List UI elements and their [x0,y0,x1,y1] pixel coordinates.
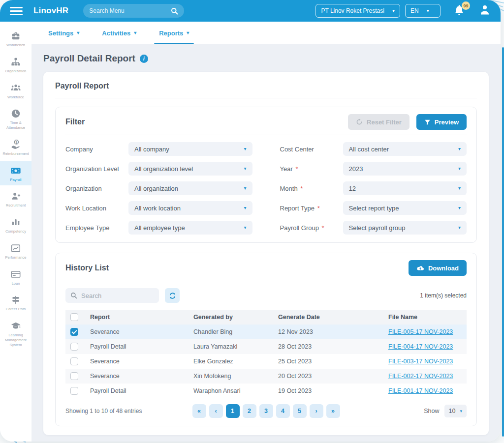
sidebar-item-loan[interactable]: Loan [0,265,32,290]
menu-search-box[interactable] [83,4,184,18]
row-checkbox[interactable] [70,357,78,365]
signpost-icon [10,295,21,305]
chevron-down-icon: ▾ [244,147,246,151]
page-button-1[interactable]: 1 [226,404,240,418]
language-selector[interactable]: EN ▾ [405,4,441,18]
cell-generated-by: Waraphon Ansari [189,384,273,398]
menu-search-input[interactable] [89,7,171,14]
chevron-down-icon: ▾ [392,8,395,13]
cell-report: Severance [85,369,189,384]
table-row[interactable]: Severance Chandler Bing 12 Nov 2023 FILE… [65,325,467,339]
last-page-button[interactable]: » [326,404,340,418]
language-selector-value: EN [410,7,419,14]
payroll-group-select[interactable]: Select payroll group ▾ [343,221,467,235]
sidebar-item-organization[interactable]: Organization [0,53,32,77]
row-checkbox[interactable] [70,372,78,380]
company-select[interactable]: All company ▾ [128,142,252,156]
table-row[interactable]: Severance Elke Gonzalez 25 Oct 2023 FILE… [65,354,467,369]
sidebar-item-workbench[interactable]: Workbench [0,27,32,51]
page-button-3[interactable]: 3 [259,404,273,418]
reset-icon [356,118,363,125]
organization-level-select[interactable]: All organization level ▾ [128,162,252,176]
file-link[interactable]: FILE-005-17 NOV-2023 [388,328,453,335]
graduation-cap-icon [10,321,21,331]
reset-filter-button[interactable]: Reset Filter [348,114,410,130]
work-location-select[interactable]: All work location ▾ [128,201,252,215]
page-button-2[interactable]: 2 [243,404,256,418]
sidebar-nav: Workbench Organization [0,22,32,442]
sidebar-item-career-path[interactable]: Career Path [0,291,32,315]
chevron-down-icon: ▾ [134,30,136,35]
page-size-select[interactable]: 10 ▾ [444,405,467,417]
info-icon[interactable]: i [140,55,148,63]
pagination-summary: Showing 1 to 10 of 48 entries [65,408,191,414]
history-search-input[interactable] [81,292,154,299]
month-select[interactable]: 12 ▾ [343,181,467,195]
tab-settings[interactable]: Settings ▾ [48,22,79,44]
page-content: Payroll Detail Report i Payroll Report F… [32,44,501,442]
file-link[interactable]: FILE-004-17 NOV-2023 [388,343,453,350]
file-link[interactable]: FILE-002-17 NOV-2023 [388,373,453,380]
history-list-title: History List [65,264,109,272]
clock-icon [10,108,21,119]
tab-activities[interactable]: Activities ▾ [102,22,136,44]
next-page-button[interactable]: › [310,404,323,418]
cell-generated-by: Chandler Bing [189,325,273,339]
select-all-checkbox[interactable] [70,313,78,321]
app-logo[interactable]: LinovHR [33,6,68,16]
cell-generated-by: Laura Yamazaki [189,339,273,354]
page-button-4[interactable]: 4 [276,404,290,418]
sidebar-item-workforce[interactable]: Workforce [0,79,32,103]
sidebar-item-lms[interactable]: Learning Management System [0,317,32,351]
sidebar-item-competency[interactable]: Competency [0,213,32,237]
sidebar-item-label: Workforce [7,95,24,99]
row-checkbox[interactable] [70,343,78,351]
prev-page-button[interactable]: ‹ [209,404,223,418]
preview-button[interactable]: Preview [416,114,467,130]
reset-filter-label: Reset Filter [367,118,402,126]
row-checkbox[interactable] [70,328,78,336]
file-link[interactable]: FILE-001-17 NOV-2023 [388,387,453,394]
employee-type-select[interactable]: All employee type ▾ [128,221,252,235]
table-row[interactable]: Payroll Detail Waraphon Ansari 19 Oct 20… [65,384,467,398]
sidebar-item-label: Reimbursement [3,151,29,156]
row-checkbox[interactable] [70,387,78,395]
download-button[interactable]: Download [409,260,467,276]
refresh-button[interactable] [165,288,180,303]
first-page-button[interactable]: « [192,404,206,418]
tab-label: Activities [102,30,130,37]
organization-select[interactable]: All organization ▾ [128,181,252,195]
cell-generate-date: 28 Oct 2023 [273,339,383,354]
report-type-select[interactable]: Select report type ▾ [343,201,467,215]
notifications-button[interactable]: 99 [453,4,466,17]
company-selector[interactable]: PT Linov Roket Prestasi ▾ [315,4,400,18]
table-row[interactable]: Severance Xin Mofokeng 20 Oct 2023 FILE-… [65,369,467,384]
field-organization-level: Organization Level All organization leve… [65,162,252,176]
line-chart-icon [10,243,21,254]
sidebar-item-reimbursement[interactable]: $ Reimbursement [0,135,32,160]
chevron-down-icon: ▾ [458,186,461,191]
bar-chart-icon [10,217,21,228]
cell-report: Severance [85,354,189,369]
user-profile-button[interactable] [479,4,491,18]
file-link[interactable]: FILE-003-17 NOV-2023 [388,358,453,365]
filter-title: Filter [65,118,85,126]
cost-center-select[interactable]: All cost center ▾ [343,142,467,156]
cell-report: Payroll Detail [85,339,189,354]
sidebar-item-payroll[interactable]: Payroll [0,161,32,186]
selected-count-text: 1 item(s) selected [420,292,467,299]
tab-label: Settings [48,30,73,37]
tab-reports[interactable]: Reports ▾ [159,22,189,44]
history-search-box[interactable] [65,288,159,303]
module-tabbar: Settings ▾ Activities ▾ Reports ▾ [32,22,501,44]
table-header-row: Report Generated by Generate Date File N… [65,310,467,325]
table-row[interactable]: Payroll Detail Laura Yamazaki 28 Oct 202… [65,339,467,354]
sidebar-item-time-attendance[interactable]: Time & Attendance [0,104,32,134]
cell-report: Severance [85,325,189,339]
sidebar-item-performance[interactable]: Performance [0,239,32,264]
sidebar-item-recruitment[interactable]: Recruitment [0,187,32,211]
svg-text:$: $ [15,140,17,144]
year-select[interactable]: 2023 ▾ [343,162,467,176]
page-button-5[interactable]: 5 [293,404,307,418]
hamburger-menu-icon[interactable] [10,7,23,15]
